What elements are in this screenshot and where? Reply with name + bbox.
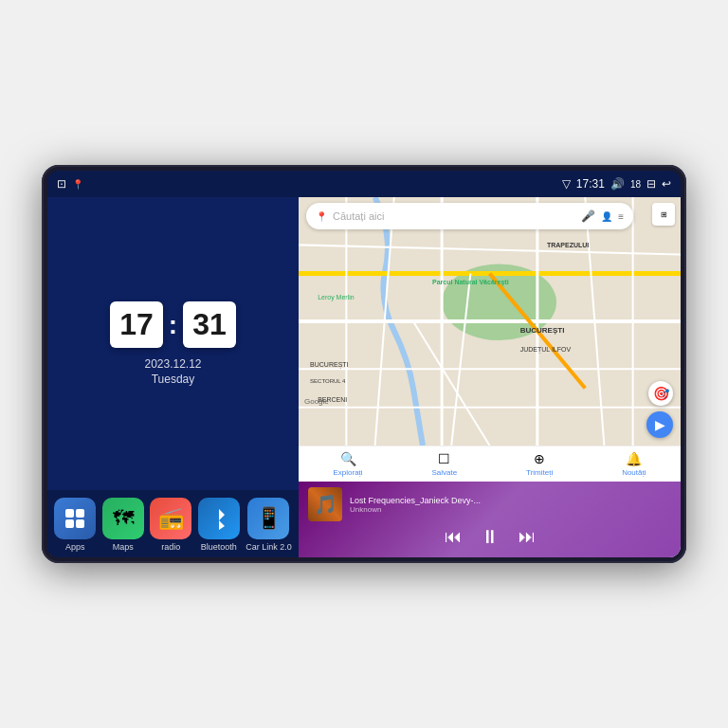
map-label-trapezului: TRAPEZULUI	[547, 242, 589, 248]
share-icon: ⊕	[534, 451, 545, 466]
battery-level: 18	[630, 179, 641, 190]
signal-icon: ▽	[562, 177, 571, 191]
map-label-sector4: SECTORUL 4	[310, 378, 345, 384]
screen: ⊡ 📍 ▽ 17:31 🔊 18 ⊟ ↩ 17 :	[47, 171, 681, 557]
maps-bottom-nav: 🔍 Explorați ☐ Salvate ⊕ Trimiteți 🔔 Nout…	[299, 446, 681, 482]
svg-rect-0	[65, 509, 74, 518]
maps-label: Maps	[113, 542, 134, 552]
maps-pin-icon[interactable]: 📍	[72, 179, 83, 190]
map-mic-icon[interactable]: 🎤	[581, 209, 595, 223]
saved-icon: ☐	[438, 451, 450, 466]
map-label-leroy: Leroy Merlin	[318, 294, 355, 300]
map-account-icon[interactable]: 👤	[601, 211, 612, 222]
app-item-carlink[interactable]: 📱 Car Link 2.0	[246, 498, 292, 552]
music-player: 🎵 Lost Frequencies_Janieck Devy-... Unkn…	[299, 482, 681, 557]
carlink-label: Car Link 2.0	[246, 542, 292, 552]
maps-nav-saved[interactable]: ☐ Salvate	[431, 451, 457, 477]
back-icon[interactable]: ↩	[662, 177, 671, 191]
status-bar: ⊡ 📍 ▽ 17:31 🔊 18 ⊟ ↩	[47, 171, 681, 197]
maps-nav-share[interactable]: ⊕ Trimiteți	[526, 451, 553, 477]
svg-rect-2	[65, 519, 74, 528]
music-text: Lost Frequencies_Janieck Devy-... Unknow…	[350, 496, 671, 514]
map-search-bar[interactable]: 📍 Căutați aici 🎤 👤 ≡	[306, 203, 633, 229]
app-item-radio[interactable]: 📻 radio	[150, 498, 191, 552]
news-label: Noutăți	[622, 468, 646, 477]
maps-nav-explore[interactable]: 🔍 Explorați	[333, 451, 362, 477]
music-thumbnail: 🎵	[308, 487, 342, 521]
svg-rect-3	[76, 519, 84, 528]
map-menu-icon[interactable]: ≡	[618, 211, 624, 222]
explore-label: Explorați	[333, 468, 362, 477]
right-panel: 📍 Căutați aici 🎤 👤 ≡ ⊞ TRAPEZULUI BUCURE…	[299, 197, 681, 557]
map-controls-right: ⊞	[652, 203, 675, 226]
map-label-ilfov: JUDEȚUL ILFOV	[520, 346, 571, 353]
music-info-row: 🎵 Lost Frequencies_Janieck Devy-... Unkn…	[308, 487, 671, 521]
share-label: Trimiteți	[526, 468, 553, 477]
radio-icon: 📻	[150, 498, 191, 539]
left-panel: 17 : 31 2023.12.12 Tuesday	[47, 197, 299, 557]
music-prev-btn[interactable]: ⏮	[445, 528, 462, 545]
map-label-parcul: Parcul Natural Văcărești	[432, 279, 509, 285]
explore-icon: 🔍	[340, 451, 356, 466]
status-time: 17:31	[576, 177, 605, 191]
date-text: 2023.12.12	[144, 357, 201, 371]
maps-icon: 🗺	[102, 498, 144, 539]
app-item-bluetooth[interactable]: Bluetooth	[198, 498, 240, 552]
carlink-icon: 📱	[247, 498, 289, 539]
music-play-btn[interactable]: ⏸	[481, 527, 500, 546]
news-icon: 🔔	[626, 451, 642, 466]
main-area: 17 : 31 2023.12.12 Tuesday	[47, 197, 681, 557]
screen-icon: ⊟	[646, 177, 656, 191]
clock-colon: :	[169, 310, 177, 340]
map-my-location-btn[interactable]: 🎯	[648, 381, 673, 406]
volume-icon: 🔊	[610, 177, 625, 191]
clock-minutes: 31	[183, 301, 236, 348]
app-item-maps[interactable]: 🗺 Maps	[102, 498, 144, 552]
flip-clock: 17 : 31	[110, 301, 236, 348]
app-item-apps[interactable]: Apps	[54, 498, 96, 552]
clock-hours: 17	[110, 301, 163, 348]
clock-section: 17 : 31 2023.12.12 Tuesday	[47, 197, 299, 490]
maps-section[interactable]: 📍 Căutați aici 🎤 👤 ≡ ⊞ TRAPEZULUI BUCURE…	[299, 197, 681, 446]
music-thumbnail-img: 🎵	[308, 487, 342, 521]
music-next-btn[interactable]: ⏭	[519, 528, 536, 545]
map-navigate-btn[interactable]: ▶	[646, 411, 673, 438]
svg-rect-1	[76, 509, 84, 518]
saved-label: Salvate	[431, 468, 457, 477]
map-search-text: Căutați aici	[333, 210, 575, 222]
bluetooth-icon	[198, 498, 240, 539]
radio-label: radio	[161, 542, 180, 552]
music-title: Lost Frequencies_Janieck Devy-...	[350, 496, 671, 505]
day-text: Tuesday	[144, 373, 201, 386]
bluetooth-label: Bluetooth	[201, 542, 237, 552]
app-dock: Apps 🗺 Maps 📻 radio	[47, 490, 299, 557]
map-label-buc2: BUCUREȘTI	[310, 361, 348, 368]
apps-icon	[54, 498, 96, 539]
maps-nav-news[interactable]: 🔔 Noutăți	[622, 451, 646, 477]
status-right: ▽ 17:31 🔊 18 ⊟ ↩	[562, 177, 671, 191]
music-artist: Unknown	[350, 505, 671, 514]
map-label-bucuresti: BUCUREȘTI	[520, 326, 565, 335]
apps-label: Apps	[65, 542, 85, 552]
date-display: 2023.12.12 Tuesday	[144, 357, 201, 386]
status-left: ⊡ 📍	[57, 177, 83, 191]
music-controls: ⏮ ⏸ ⏭	[308, 527, 671, 546]
map-layers-btn[interactable]: ⊞	[652, 203, 675, 226]
google-logo: Google	[304, 397, 329, 406]
device-shell: ⊡ 📍 ▽ 17:31 🔊 18 ⊟ ↩ 17 :	[42, 165, 686, 563]
home-icon[interactable]: ⊡	[57, 177, 66, 191]
